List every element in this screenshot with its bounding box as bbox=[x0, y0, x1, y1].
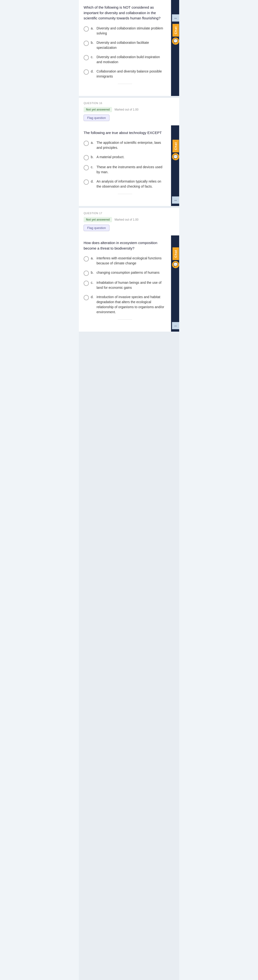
divider-15 bbox=[118, 84, 132, 84]
option-label-17-d: d. bbox=[91, 294, 95, 299]
option-text-17-d: introduction of invasive species and hab… bbox=[97, 294, 166, 315]
option-label-15-c: c. bbox=[91, 54, 95, 59]
question-16-number: QUESTION 16 bbox=[84, 102, 174, 105]
option-text-16-a: The application of scientific enterprise… bbox=[97, 140, 166, 150]
question-15-text: Which of the following is NOT considered… bbox=[84, 5, 166, 21]
chat-icon-16[interactable]: 💬 bbox=[172, 153, 179, 160]
question-17-text: How does alteration in ecosystem composi… bbox=[84, 240, 166, 251]
radio-15-a[interactable] bbox=[84, 26, 89, 32]
question-17-meta: QUESTION 17 Not yet answered Marked out … bbox=[79, 208, 179, 235]
option-label-15-a: a. bbox=[91, 26, 95, 30]
option-17-b[interactable]: b. changing consumption patterns of huma… bbox=[84, 270, 166, 276]
radio-17-a[interactable] bbox=[84, 256, 89, 261]
radio-15-c[interactable] bbox=[84, 55, 89, 60]
option-label-16-c: c. bbox=[91, 165, 95, 169]
flag-button-17[interactable]: Flag question bbox=[84, 225, 109, 231]
nav-icon-17[interactable]: ↔ bbox=[172, 322, 179, 329]
question-17-number: QUESTION 17 bbox=[84, 212, 174, 215]
option-text-17-a: interferes with essential ecological fun… bbox=[97, 256, 166, 266]
chat-tab-15[interactable]: Chat bbox=[173, 24, 179, 37]
chat-icon-17[interactable]: 💬 bbox=[172, 261, 179, 268]
question-17-section: Chat 💬 ↔ How does alteration in ecosyste… bbox=[79, 235, 179, 332]
option-text-15-b: Diversity and collaboration facilitate s… bbox=[97, 40, 166, 50]
chat-tab-16[interactable]: Chat bbox=[173, 140, 179, 153]
page: ↔ Chat 💬 Which of the following is NOT c… bbox=[79, 0, 179, 980]
marked-badge-16: Marked out of 1.00 bbox=[114, 108, 138, 111]
radio-17-d[interactable] bbox=[84, 295, 89, 300]
option-17-a[interactable]: a. interferes with essential ecological … bbox=[84, 256, 166, 266]
option-17-d[interactable]: d. introduction of invasive species and … bbox=[84, 294, 166, 315]
dark-sidebar-17: Chat 💬 ↔ bbox=[171, 235, 179, 332]
question-17-block: Chat 💬 ↔ How does alteration in ecosyste… bbox=[79, 235, 179, 332]
question-16-content: The following are true about technology … bbox=[79, 126, 171, 206]
option-label-16-d: d. bbox=[91, 179, 95, 183]
radio-16-a[interactable] bbox=[84, 141, 89, 146]
nav-icon-16[interactable]: ↔ bbox=[172, 196, 179, 204]
option-label-17-b: b. bbox=[91, 270, 95, 274]
option-label-17-a: a. bbox=[91, 256, 95, 260]
question-16-block: Chat 💬 ↔ The following are true about te… bbox=[79, 126, 179, 206]
question-17-content: How does alteration in ecosystem composi… bbox=[79, 235, 171, 332]
radio-17-c[interactable] bbox=[84, 281, 89, 286]
dark-sidebar-16: Chat 💬 ↔ bbox=[171, 126, 179, 206]
radio-16-c[interactable] bbox=[84, 165, 89, 170]
option-15-c[interactable]: c. Diversity and collaboration build ins… bbox=[84, 54, 166, 65]
question-15-section: ↔ Chat 💬 Which of the following is NOT c… bbox=[79, 0, 179, 96]
option-label-16-a: a. bbox=[91, 140, 95, 145]
option-label-15-d: d. bbox=[91, 69, 95, 73]
radio-16-d[interactable] bbox=[84, 180, 89, 185]
question-17-meta-row: Not yet answered Marked out of 1.00 bbox=[84, 217, 174, 222]
option-16-a[interactable]: a. The application of scientific enterpr… bbox=[84, 140, 166, 150]
option-label-17-c: c. bbox=[91, 280, 95, 285]
option-16-b[interactable]: b. A material product. bbox=[84, 154, 166, 160]
radio-16-b[interactable] bbox=[84, 155, 89, 160]
nav-icon-15[interactable]: ↔ bbox=[172, 14, 179, 22]
question-15-content: Which of the following is NOT considered… bbox=[79, 0, 171, 96]
question-16-text: The following are true about technology … bbox=[84, 130, 166, 136]
chat-tab-17[interactable]: Chat bbox=[173, 247, 179, 260]
radio-15-d[interactable] bbox=[84, 69, 89, 75]
option-text-16-c: These are the instruments and devices us… bbox=[97, 165, 166, 175]
option-text-15-c: Diversity and collaboration build inspir… bbox=[97, 54, 166, 65]
option-label-15-b: b. bbox=[91, 40, 95, 45]
radio-17-b[interactable] bbox=[84, 270, 89, 276]
option-text-15-a: Diversity and collaboration stimulate pr… bbox=[97, 26, 166, 36]
option-15-d[interactable]: d. Collaboration and diversity balance p… bbox=[84, 69, 166, 79]
option-15-a[interactable]: a. Diversity and collaboration stimulate… bbox=[84, 26, 166, 36]
not-answered-badge-17: Not yet answered bbox=[84, 217, 112, 222]
divider-16 bbox=[118, 194, 132, 194]
chat-icon-15[interactable]: 💬 bbox=[172, 38, 179, 45]
option-text-16-d: An analysis of information typically rel… bbox=[97, 179, 166, 189]
question-16-meta-row: Not yet answered Marked out of 1.00 bbox=[84, 107, 174, 112]
flag-button-16[interactable]: Flag question bbox=[84, 115, 109, 121]
option-17-c[interactable]: c. inhabitation of human beings and the … bbox=[84, 280, 166, 290]
option-text-16-b: A material product. bbox=[97, 154, 125, 159]
option-16-c[interactable]: c. These are the instruments and devices… bbox=[84, 165, 166, 175]
option-16-d[interactable]: d. An analysis of information typically … bbox=[84, 179, 166, 189]
option-text-17-c: inhabitation of human beings and the use… bbox=[97, 280, 166, 290]
option-15-b[interactable]: b. Diversity and collaboration facilitat… bbox=[84, 40, 166, 50]
option-text-17-b: changing consumption patterns of humans bbox=[97, 270, 160, 275]
option-label-16-b: b. bbox=[91, 154, 95, 159]
question-15-block: ↔ Chat 💬 Which of the following is NOT c… bbox=[79, 0, 179, 96]
not-answered-badge-16: Not yet answered bbox=[84, 107, 112, 112]
radio-15-b[interactable] bbox=[84, 41, 89, 46]
marked-badge-17: Marked out of 1.00 bbox=[114, 218, 138, 221]
question-16-meta: QUESTION 16 Not yet answered Marked out … bbox=[79, 98, 179, 126]
option-text-15-d: Collaboration and diversity balance poss… bbox=[97, 69, 166, 79]
dark-sidebar-15: ↔ Chat 💬 bbox=[171, 0, 179, 96]
question-16-section: Chat 💬 ↔ The following are true about te… bbox=[79, 126, 179, 206]
